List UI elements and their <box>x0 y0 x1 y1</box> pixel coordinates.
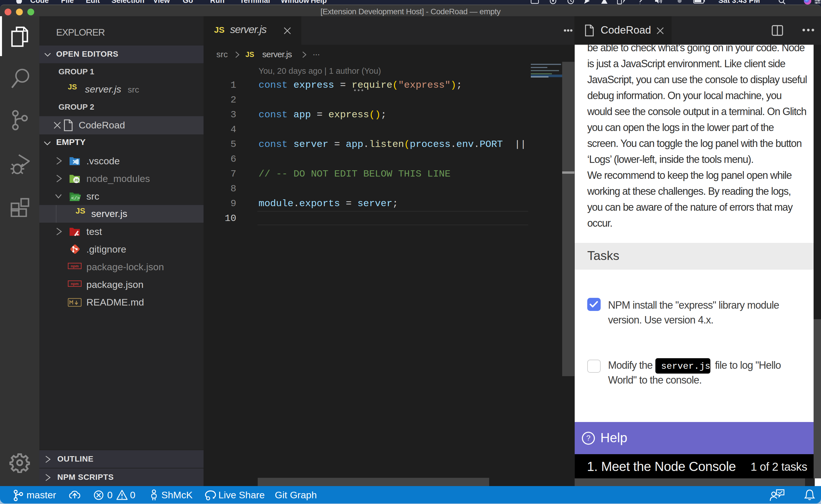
svg-text:</>: </> <box>71 196 80 201</box>
svg-text:JS: JS <box>74 178 79 182</box>
svg-text:?: ? <box>586 434 590 442</box>
svg-text:npm: npm <box>71 282 78 286</box>
svg-text:npm: npm <box>71 264 78 268</box>
